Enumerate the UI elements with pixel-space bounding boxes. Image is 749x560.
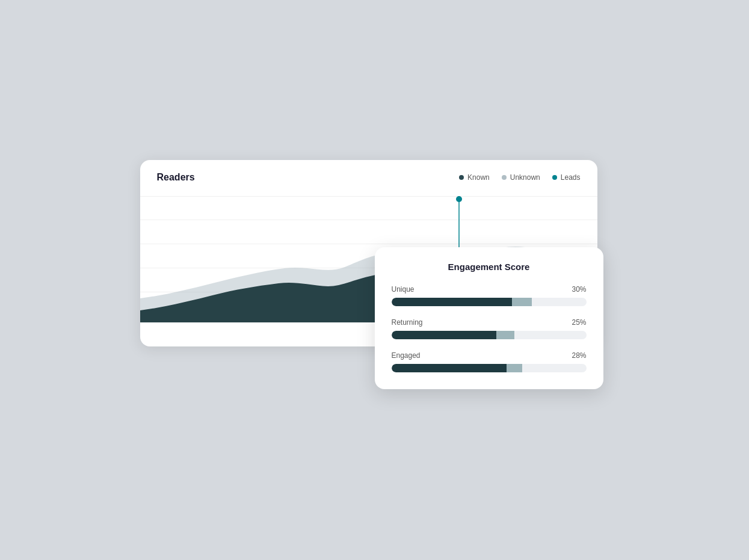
- known-dot-icon: [459, 175, 464, 180]
- legend-known: Known: [459, 173, 490, 182]
- unknown-dot-icon: [502, 175, 507, 180]
- returning-bar-mid: [496, 331, 514, 339]
- readers-header: Readers Known Unknown Leads: [140, 160, 597, 190]
- engagement-card: Engagement Score Unique 30% Returning 25…: [375, 247, 603, 389]
- returning-bar-track: [392, 331, 587, 339]
- readers-title: Readers: [157, 172, 195, 183]
- unique-bar-track: [392, 298, 587, 306]
- scene: Readers Known Unknown Leads: [140, 160, 609, 401]
- unique-bar-dark: [392, 298, 513, 306]
- unique-bar-mid: [512, 298, 531, 306]
- unique-pct: 30%: [572, 285, 586, 294]
- engaged-label-row: Engaged 28%: [392, 351, 587, 360]
- returning-pct: 25%: [572, 318, 586, 327]
- returning-bar-dark: [392, 331, 497, 339]
- leads-dot-icon: [552, 175, 557, 180]
- known-label: Known: [467, 173, 490, 182]
- engagement-title: Engagement Score: [392, 262, 587, 272]
- unique-label-row: Unique 30%: [392, 285, 587, 294]
- legend-leads: Leads: [552, 173, 581, 182]
- engaged-bar-track: [392, 364, 587, 372]
- returning-label: Returning: [392, 318, 423, 327]
- engaged-pct: 28%: [572, 351, 586, 360]
- leads-label: Leads: [561, 173, 581, 182]
- engaged-label: Engaged: [392, 351, 421, 360]
- engaged-bar-mid: [507, 364, 522, 372]
- svg-point-1: [456, 196, 462, 202]
- unknown-label: Unknown: [510, 173, 540, 182]
- unique-label: Unique: [392, 285, 415, 294]
- engaged-bar-dark: [392, 364, 507, 372]
- returning-label-row: Returning 25%: [392, 318, 587, 327]
- returning-row: Returning 25%: [392, 318, 587, 339]
- legend: Known Unknown Leads: [459, 173, 580, 182]
- engaged-row: Engaged 28%: [392, 351, 587, 372]
- unique-row: Unique 30%: [392, 285, 587, 306]
- legend-unknown: Unknown: [502, 173, 540, 182]
